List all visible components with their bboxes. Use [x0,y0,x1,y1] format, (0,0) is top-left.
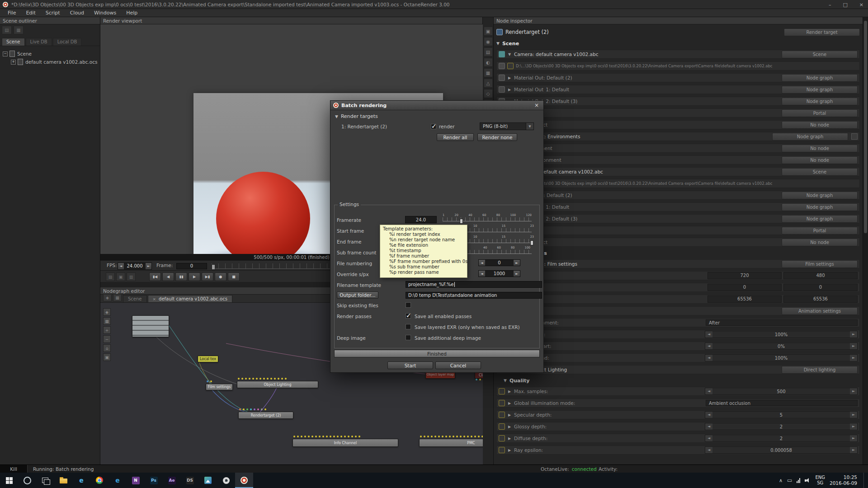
dialog-titlebar[interactable]: Batch rendering × [330,101,543,110]
node-assign-button[interactable]: Node graph [772,133,848,141]
decrement-icon[interactable]: ◄ [705,388,712,394]
collapse-triangle-icon[interactable]: ▼ [496,41,500,46]
network-icon[interactable] [797,478,800,483]
node-pin[interactable] [319,436,321,437]
override-spp-stepper[interactable]: ◄ 1000 ► [478,270,520,277]
node-pin[interactable] [337,436,339,437]
skip-to-start-button[interactable]: ▮◀ [149,272,161,281]
output-folder-path[interactable]: D:\0 temp D\Test\standalone animation [406,292,542,299]
value-field[interactable]: 0 [708,284,782,291]
chevron-down-icon[interactable]: ▼ [507,52,512,56]
inspector-row[interactable]: ▼Camera: default camera v1002.abcScene [496,50,860,59]
nodegraph-mini-icon-5[interactable]: ▣ [103,353,111,361]
inspector-row[interactable]: ▶Shutter alignment:After [496,318,860,327]
stepper-value[interactable]: 0% [712,344,850,349]
node-pin[interactable] [308,436,310,437]
tray-expand-icon[interactable]: ∧ [779,478,783,483]
value-field[interactable]: 65536 [708,296,782,303]
value-stepper[interactable]: ◄0%► [705,343,858,350]
node-pin[interactable] [311,436,313,437]
node-pin[interactable] [315,436,317,437]
node-pin[interactable] [326,436,328,437]
decrement-icon[interactable]: ◄ [705,447,712,453]
play-button[interactable]: ▶ [189,272,200,281]
node-pin[interactable] [210,380,212,382]
node-pin[interactable] [359,436,360,437]
node-pin[interactable] [239,408,241,410]
node-pin[interactable] [250,408,252,410]
chevron-right-icon[interactable]: ▶ [507,76,512,80]
chevron-down-icon[interactable]: ▼ [526,123,533,130]
file-numbering-stepper[interactable]: ◄ 0 ► [478,259,520,266]
inspector-scrollbar[interactable] [863,17,868,465]
increment-icon[interactable]: ► [850,388,857,394]
menu-item-cloud[interactable]: Cloud [65,10,89,16]
inspector-file-path-row[interactable]: D:\...\3D Objects\00 3D Objects exp imp\… [496,61,860,70]
increment-icon[interactable]: ► [850,435,857,441]
node-assign-button[interactable]: No node [782,121,858,129]
value-stepper[interactable]: ◄100%► [705,354,858,361]
rendertarget-node[interactable]: Rendertarget (2) [238,412,293,419]
viewport-option-icon-0[interactable]: ▤ [106,272,115,281]
node-pin[interactable] [434,436,436,437]
menu-item-file[interactable]: File [3,10,21,16]
node-pin[interactable] [460,436,462,437]
ie-icon[interactable]: e [108,473,127,488]
value-stepper[interactable]: ◄5► [705,411,858,418]
fps-increment-icon[interactable]: ► [146,263,151,269]
cancel-button[interactable]: Cancel [435,361,481,369]
node-pin[interactable] [471,436,472,437]
inspector-row[interactable]: ▶Ray epsilon:◄0.000058► [496,446,860,455]
inspector-row[interactable]: ▶PortalPortal [496,108,860,117]
skip-to-end-button[interactable]: ▶▮ [202,272,213,281]
chevron-right-icon[interactable]: ▶ [507,389,512,394]
node-assign-button[interactable]: Animation settings [782,307,858,315]
viewport-tool-icon-6[interactable]: ◇ [484,89,493,98]
collapse-triangle-icon[interactable]: ▼ [504,378,507,383]
node-pin[interactable] [293,436,295,437]
inspector-row[interactable]: ▶Region size:6553665536 [496,295,860,304]
cortana-button[interactable] [18,473,36,488]
node-pin[interactable] [467,436,469,437]
node-assign-button[interactable]: Film settings [782,260,858,268]
node-pin[interactable] [285,378,287,380]
render-targets-section[interactable]: ▼ Render targets [335,113,378,119]
film-settings-node[interactable]: Film settings [206,384,233,390]
close-button[interactable]: × [859,2,863,8]
onenote-icon[interactable]: N [127,473,145,488]
node-assign-button[interactable]: No node [782,156,858,164]
node-pin[interactable] [322,436,324,437]
node-pin[interactable] [351,436,353,437]
outliner-tab-live-db[interactable]: Live DB [26,38,52,46]
value-dropdown[interactable]: After [706,319,858,326]
viewport-tool-icon-0[interactable]: ▣ [484,27,493,36]
node-pin[interactable] [463,436,465,437]
chrome-icon[interactable] [90,473,108,488]
decrement-icon[interactable]: ◄ [479,271,485,277]
render-target-item[interactable]: 1: Rendertarget (2) [341,124,387,129]
menu-item-script[interactable]: Script [41,10,65,16]
node-pin[interactable] [249,378,250,380]
inspector-row[interactable]: ▶Subframe end:◄100%► [496,353,860,362]
monitor-icon[interactable]: ▭ [787,477,792,483]
node-pin[interactable] [453,436,454,437]
fps-stepper[interactable]: ◄ 24.000 ► [118,263,152,270]
nodegraph-mini-icon-3[interactable]: − [103,335,111,343]
nodegraph-tab[interactable]: Scene [123,295,147,302]
node-pin[interactable] [252,378,254,380]
fps-decrement-icon[interactable]: ◄ [118,263,124,269]
start-button[interactable]: Start [387,361,433,369]
tree-item[interactable]: −Scene [3,50,97,58]
stepper-value[interactable]: 100% [712,332,850,337]
node-pin[interactable] [344,436,346,437]
decrement-icon[interactable]: ◄ [705,435,712,441]
chevron-right-icon[interactable]: ▶ [507,88,512,92]
inspector-row[interactable]: ▼Kernel: Direct LightingDirect lighting [496,365,860,374]
minimize-button[interactable]: – [829,2,831,8]
decrement-icon[interactable]: ◄ [705,331,712,338]
photos-app-icon[interactable] [199,473,217,488]
stepper-value[interactable]: 2 [712,424,850,429]
viewport-tool-icon-3[interactable]: ◐ [484,58,493,67]
node-pin[interactable] [478,436,480,437]
photoshop-icon[interactable]: Ps [145,473,163,488]
